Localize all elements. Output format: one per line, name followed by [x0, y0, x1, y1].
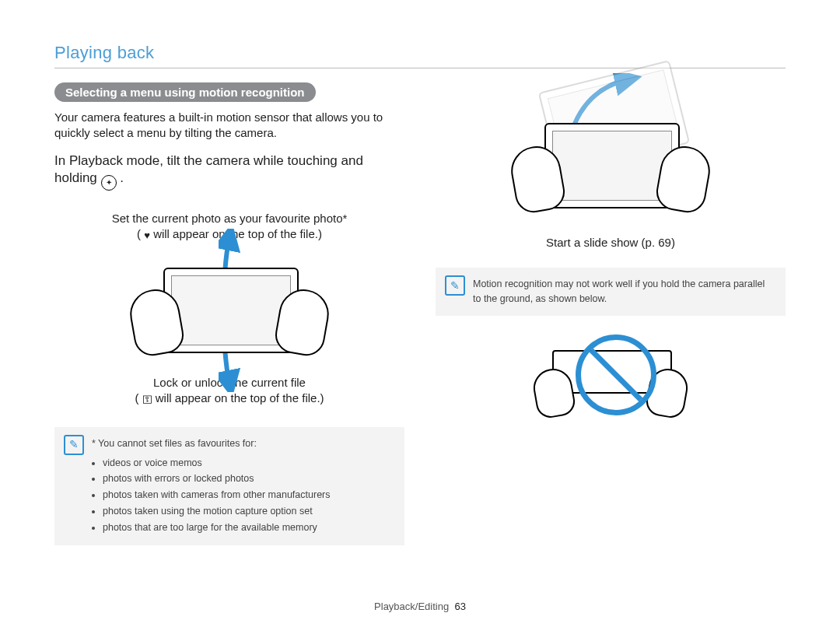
- heart-icon: ♥: [144, 229, 150, 241]
- list-item: photos taken with cameras from other man…: [103, 488, 394, 503]
- instruction-line1: In Playback mode, tilt the camera while …: [54, 153, 363, 168]
- favourites-note-lead: * You cannot set files as favourites for…: [92, 436, 394, 451]
- instruction-block: In Playback mode, tilt the camera while …: [54, 152, 404, 191]
- figure1-caption-line2-open: (: [137, 227, 141, 240]
- figure1-tilt-vertical: [54, 250, 404, 367]
- favourites-note-box: ✎ * You cannot set files as favourites f…: [54, 427, 404, 546]
- figure2-caption-line2-rest: will appear on the top of the file.): [156, 391, 324, 405]
- list-item: photos taken using the motion capture op…: [103, 504, 394, 519]
- key-icon: ⚿: [142, 394, 152, 405]
- footer-section: Playback/Editing: [374, 601, 449, 612]
- favourites-note-list: videos or voice memos photos with errors…: [92, 456, 394, 535]
- list-item: photos that are too large for the availa…: [103, 520, 394, 535]
- slideshow-caption: Start a slide show (p. 69): [436, 235, 786, 250]
- prohibited-icon: [576, 335, 656, 415]
- page-footer: Playback/Editing 63: [0, 601, 840, 612]
- figure2-caption-line1: Lock or unlock the current file: [153, 376, 306, 389]
- figure1-caption: Set the current photo as your favourite …: [54, 211, 404, 243]
- title-rule: [54, 68, 786, 68]
- figure1-caption-line2-rest: will appear on the top of the file.): [153, 227, 322, 240]
- figure2-caption: Lock or unlock the current file ( ⚿ will…: [54, 375, 404, 407]
- left-column: Selecting a menu using motion recognitio…: [54, 82, 404, 545]
- warning-note-text: Motion recognition may not work well if …: [473, 277, 775, 306]
- note-icon: ✎: [64, 435, 84, 455]
- note-icon: ✎: [445, 275, 465, 296]
- instruction-line2-before: holding: [54, 170, 101, 185]
- figure4-parallel-prohibited: [436, 324, 786, 409]
- instruction-line2-after: .: [120, 170, 124, 185]
- warning-note-box: ✎ Motion recognition may not work well i…: [436, 268, 786, 316]
- intro-text: Your camera features a built-in motion s…: [54, 110, 404, 142]
- figure2-caption-line2-open: (: [135, 391, 138, 405]
- list-item: videos or voice memos: [103, 456, 394, 471]
- list-item: photos with errors or locked photos: [103, 471, 394, 486]
- page-title: Playing back: [54, 43, 786, 63]
- footer-page-number: 63: [454, 601, 465, 612]
- figure3-tilt-diagonal: [436, 82, 786, 230]
- motion-touch-icon: ✦: [101, 175, 117, 191]
- section-heading-pill: Selecting a menu using motion recognitio…: [54, 82, 316, 102]
- figure1-caption-line1: Set the current photo as your favourite …: [112, 212, 348, 225]
- right-column: Start a slide show (p. 69) ✎ Motion reco…: [436, 82, 786, 545]
